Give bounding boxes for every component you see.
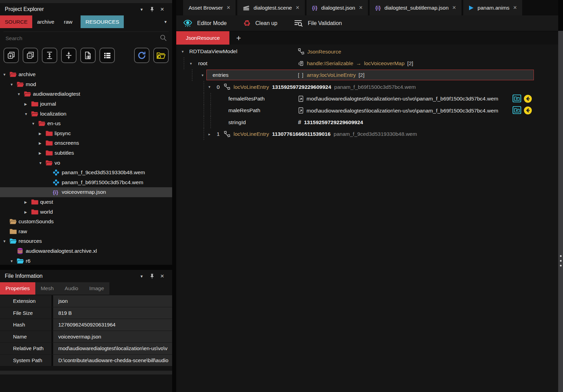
data-row-entry-0[interactable]: ▾0locVoLineEntry13159259729229609924pana… <box>176 81 558 93</box>
pin-icon[interactable] <box>150 7 154 12</box>
expander-expanded-icon[interactable]: ▾ <box>208 85 211 89</box>
search-input[interactable] <box>5 35 160 41</box>
data-row-root[interactable]: ▾roothandle:ISerializable→locVoiceoverMa… <box>176 57 558 69</box>
expander-expanded-icon[interactable]: ▼ <box>17 92 21 96</box>
tree-item-vo[interactable]: ▼vo <box>0 158 172 168</box>
pe-tab-source[interactable]: SOURCE <box>0 15 32 28</box>
expander-collapsed-icon[interactable]: ▶ <box>39 141 41 145</box>
property-value[interactable]: handle:ISerializable→locVoiceoverMap[2] <box>298 60 413 67</box>
tree-item-resources[interactable]: ▼resources <box>0 236 172 246</box>
expander-expanded-icon[interactable]: ▼ <box>32 122 35 126</box>
revert-action-button[interactable] <box>524 106 532 115</box>
editor-tab-dialogtest-json[interactable]: {i}dialogtest.json× <box>307 0 368 15</box>
expander-collapsed-icon[interactable]: ▸ <box>208 132 211 136</box>
tree-item-r6[interactable]: ▼r6 <box>0 256 172 266</box>
tree-item-subtitles[interactable]: ▶subtitles <box>0 148 172 158</box>
tree-item-audiowaredialogtest[interactable]: ▼audiowaredialogtest <box>0 89 172 99</box>
property-value[interactable]: 819 B <box>53 307 172 319</box>
data-row-RDTDataViewModel[interactable]: ▾RDTDataViewModelJsonResource <box>176 46 558 57</box>
tab-jsonresource[interactable]: JsonResource <box>176 31 229 45</box>
preview-file-button[interactable] <box>80 48 96 63</box>
expander-expanded-icon[interactable]: ▼ <box>10 82 13 86</box>
fi-tab-audio[interactable]: Audio <box>59 282 84 295</box>
property-value[interactable]: 12760962450920631964 <box>53 319 172 331</box>
close-icon[interactable]: × <box>157 3 167 15</box>
pe-tabs-overflow-caret-icon[interactable]: ▾ <box>164 15 172 28</box>
editor-tab-asset-browser[interactable]: Asset Browser× <box>183 0 236 15</box>
close-tab-icon[interactable]: × <box>513 4 517 11</box>
pin-icon[interactable] <box>147 3 157 15</box>
tree-item-audiowaredialogtest.archive.xl[interactable]: audiowaredialogtest.archive.xl <box>0 246 172 256</box>
refresh-button[interactable] <box>134 48 149 63</box>
add-folder-action-button[interactable] <box>513 94 521 103</box>
revert-action-button[interactable] <box>524 94 532 103</box>
close-tab-icon[interactable]: × <box>452 4 456 11</box>
add-folder-action-button[interactable] <box>513 106 521 115</box>
close-icon[interactable]: × <box>157 270 167 282</box>
tree-item-journal[interactable]: ▶journal <box>0 99 172 109</box>
expander-expanded-icon[interactable]: ▼ <box>3 239 6 243</box>
data-row-femaleResPath[interactable]: femaleResPathmod\audiowaredialogtest\loc… <box>176 93 558 105</box>
tree-item-raw[interactable]: raw <box>0 227 172 237</box>
editor-mode-button[interactable]: Editor Mode <box>183 19 227 27</box>
tree-item-voiceovermap.json[interactable]: {i}voiceovermap.json <box>0 187 172 197</box>
editor-tab-dialogtest-subtitlemap-json[interactable]: {i}dialogtest_subtitlemap.json× <box>370 0 461 15</box>
expander-collapsed-icon[interactable]: ▶ <box>39 131 41 135</box>
property-value[interactable]: JsonResource <box>298 48 341 55</box>
close-tab-icon[interactable]: × <box>359 4 363 11</box>
data-row-maleResPath[interactable]: maleResPathmod\audiowaredialogtest\local… <box>176 105 558 116</box>
fi-tab-mesh[interactable]: Mesh <box>35 282 59 295</box>
add-tab-button[interactable]: + <box>236 31 241 45</box>
tree-item-panam_f_b69f1500c3d57bc4.wem[interactable]: panam_f_b69f1500c3d57bc4.wem <box>0 178 172 188</box>
expander-expanded-icon[interactable]: ▼ <box>10 259 13 263</box>
pe-tab-archive[interactable]: archive <box>32 15 59 28</box>
add-item-button[interactable] <box>3 48 19 63</box>
close-tab-icon[interactable]: × <box>227 4 230 11</box>
splitter-grip-icon[interactable] <box>558 252 563 266</box>
tree-item-panam_f_9ced3d5319330b48.wem[interactable]: panam_f_9ced3d5319330b48.wem <box>0 168 172 178</box>
detail-list-button[interactable] <box>99 48 115 63</box>
expander-expanded-icon[interactable]: ▾ <box>190 61 192 66</box>
property-value[interactable]: #13159259729229609924 <box>298 119 363 126</box>
fi-tab-properties[interactable]: Properties <box>0 282 35 295</box>
remove-item-button[interactable] <box>23 48 38 63</box>
tree-item-archive[interactable]: ▼archive <box>0 70 172 80</box>
expander-collapsed-icon[interactable]: ▶ <box>24 210 27 214</box>
expander-expanded-icon[interactable]: ▾ <box>202 73 204 77</box>
property-value[interactable]: D:\contribute\audioware-chedda-scene\bil… <box>53 355 172 366</box>
tree-item-mod[interactable]: ▼mod <box>0 80 172 90</box>
collapsed-panel-splitter[interactable] <box>558 31 563 392</box>
data-row-stringId[interactable]: stringId#13159259729229609924 <box>176 116 558 128</box>
expander-collapsed-icon[interactable]: ▶ <box>24 102 27 106</box>
expander-expanded-icon[interactable]: ▼ <box>39 161 42 165</box>
tree-item-en-us[interactable]: ▼en-us <box>0 119 172 129</box>
tree-item-lipsync[interactable]: ▶lipsync <box>0 129 172 139</box>
data-row-entry-1[interactable]: ▸1locVoLineEntry11307761666511539016pana… <box>176 128 558 140</box>
panel-menu-caret-icon[interactable]: ▾ <box>136 270 147 282</box>
property-value[interactable]: mod\audiowaredialogtest\localization\en-… <box>298 107 498 114</box>
pe-tab-resources[interactable]: RESOURCES <box>81 15 124 28</box>
tree-item-quest[interactable]: ▶quest <box>0 197 172 207</box>
tree-item-world[interactable]: ▶world <box>0 207 172 217</box>
clean-up-button[interactable]: ♻Clean up <box>243 19 277 27</box>
expander-expanded-icon[interactable]: ▼ <box>24 112 28 116</box>
property-value[interactable]: mod\audiowaredialogtest\localization\en-… <box>53 343 172 354</box>
pin-icon[interactable] <box>147 270 157 282</box>
property-value[interactable]: json <box>53 295 172 307</box>
fi-tab-image[interactable]: Image <box>84 282 109 295</box>
expander-expanded-icon[interactable]: ▾ <box>182 49 184 54</box>
open-explorer-button[interactable] <box>153 48 169 63</box>
close-tab-icon[interactable]: × <box>296 4 299 11</box>
data-row-entries[interactable]: ▾entries[ ]array:locVoLineEntry[2] <box>176 69 558 81</box>
expander-collapsed-icon[interactable]: ▶ <box>24 200 27 204</box>
expand-all-button[interactable] <box>42 48 57 63</box>
property-value[interactable]: mod\audiowaredialogtest\localization\en-… <box>298 95 498 102</box>
editor-tab-panam-anims[interactable]: panam.anims× <box>463 0 523 15</box>
pe-tab-raw[interactable]: raw <box>59 15 77 28</box>
expander-collapsed-icon[interactable]: ▶ <box>39 151 41 155</box>
tree-item-onscreens[interactable]: ▶onscreens <box>0 138 172 148</box>
property-value[interactable]: voiceovermap.json <box>53 331 172 343</box>
expander-expanded-icon[interactable]: ▼ <box>3 73 6 76</box>
collapse-all-button[interactable] <box>61 48 76 63</box>
file-validation-button[interactable]: File Validation <box>294 19 342 27</box>
